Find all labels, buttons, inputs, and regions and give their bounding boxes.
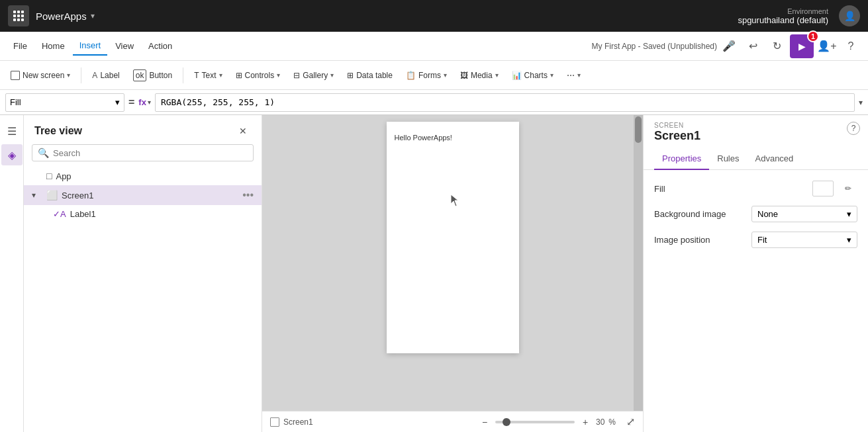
tree-view-title: Tree view	[34, 125, 82, 137]
apps-grid-button[interactable]	[8, 5, 29, 26]
zoom-slider[interactable]	[495, 421, 575, 423]
right-panel-tabs: Properties Rules Advanced	[644, 148, 868, 170]
sidebar-icon-layers[interactable]: ◈	[1, 144, 23, 165]
background-image-label: Background image	[654, 209, 746, 219]
tab-properties[interactable]: Properties	[654, 148, 709, 170]
tree-view-panel: Tree view ✕ 🔍 □ App ▾ ⬜ Screen1 •••	[24, 115, 262, 432]
fill-property-row: Fill ✏	[654, 181, 857, 196]
label1-label: Label1	[70, 209, 254, 219]
menu-bar: File Home Insert View Action My First Ap…	[0, 32, 868, 61]
data-table-button[interactable]: ⊞ Data table	[342, 67, 398, 83]
media-icon: 🖼	[460, 71, 468, 80]
charts-button[interactable]: 📊 Charts ▾	[506, 67, 559, 83]
gallery-button[interactable]: ⊟ Gallery ▾	[288, 67, 339, 83]
layers-icon: ◈	[8, 149, 16, 161]
share-icon: 👤+	[817, 40, 836, 52]
menu-file[interactable]: File	[7, 37, 34, 55]
expand-canvas-button[interactable]: ⤢	[626, 415, 635, 428]
user-avatar[interactable]: 👤	[839, 5, 860, 26]
menu-insert[interactable]: Insert	[73, 36, 108, 56]
help-button[interactable]: ?	[840, 36, 861, 57]
forms-btn-text: Forms	[418, 71, 441, 80]
button-button[interactable]: ok Button	[128, 66, 177, 85]
tab-advanced[interactable]: Advanced	[747, 148, 802, 170]
formula-input[interactable]	[155, 93, 855, 112]
gallery-icon: ⊟	[293, 71, 300, 80]
search-icon: 🔍	[38, 148, 49, 158]
forms-chevron-icon: ▾	[444, 71, 447, 79]
media-chevron-icon: ▾	[495, 71, 499, 79]
property-dropdown[interactable]: Fill ▾	[5, 93, 124, 112]
controls-button[interactable]: ⊞ Controls ▾	[230, 67, 286, 83]
redo-button[interactable]: ↻	[766, 36, 787, 57]
label-btn-text: Label	[100, 71, 119, 80]
tree-item-screen1[interactable]: ▾ ⬜ Screen1 •••	[24, 185, 262, 205]
more-button[interactable]: ⋯ ▾	[561, 67, 586, 83]
tree-item-label1[interactable]: ✓A Label1	[24, 205, 262, 223]
undo-icon: ↩	[749, 40, 757, 52]
image-position-dropdown[interactable]: Fit ▾	[751, 232, 857, 248]
button-btn-text: Button	[149, 71, 172, 80]
label-button[interactable]: A Label	[87, 67, 124, 83]
tree-search-input[interactable]	[53, 148, 248, 158]
canvas-content: Hello PowerApps!	[387, 122, 519, 353]
tree-close-button[interactable]: ✕	[235, 123, 251, 139]
controls-btn-text: Controls	[245, 71, 275, 80]
menu-view[interactable]: View	[109, 37, 140, 55]
formula-bar: Fill ▾ = fx ▾ ▾	[0, 90, 868, 115]
zoom-out-button[interactable]: −	[478, 415, 491, 429]
image-position-property-row: Image position Fit ▾	[654, 232, 857, 248]
scroll-thumb-vertical[interactable]	[635, 116, 642, 143]
menu-icon: ☰	[7, 125, 17, 138]
canvas-screen-icon	[270, 417, 279, 427]
right-help-button[interactable]: ?	[847, 122, 860, 135]
canvas-bottom-bar: Screen1 − + 30 % ⤢	[262, 411, 643, 432]
screen-canvas[interactable]: Hello PowerApps!	[387, 122, 519, 353]
redo-icon: ↻	[773, 40, 781, 52]
right-panel: SCREEN Screen1 ? Properties Rules Advanc…	[643, 115, 868, 432]
menu-action[interactable]: Action	[142, 37, 179, 55]
new-screen-button[interactable]: New screen ▾	[5, 67, 75, 83]
controls-chevron-icon: ▾	[277, 71, 280, 79]
fill-edit-button[interactable]: ✏	[839, 181, 857, 196]
media-button[interactable]: 🖼 Media ▾	[455, 67, 504, 83]
tree-items-list: □ App ▾ ⬜ Screen1 ••• ✓A Label1	[24, 167, 262, 432]
share-button[interactable]: 👤+	[816, 36, 838, 57]
play-button[interactable]: ▶ 1	[790, 34, 814, 58]
microphone-icon: 🎤	[722, 40, 736, 52]
background-image-dropdown[interactable]: None ▾	[751, 206, 857, 222]
app-name-chevron-icon[interactable]: ▾	[91, 11, 95, 21]
zoom-percent: %	[608, 417, 616, 427]
screen1-actions-icon[interactable]: •••	[242, 189, 254, 201]
screen1-label: Screen1	[62, 191, 238, 200]
menu-home[interactable]: Home	[35, 37, 72, 55]
bg-dropdown-chevron-icon: ▾	[847, 209, 851, 219]
label1-icon: ✓A	[53, 209, 66, 219]
text-button[interactable]: T Text ▾	[189, 67, 227, 83]
fill-color-picker[interactable]	[812, 181, 834, 196]
zoom-in-button[interactable]: +	[579, 415, 592, 429]
charts-chevron-icon: ▾	[550, 71, 554, 79]
env-label: Environment	[738, 7, 828, 15]
text-chevron-icon: ▾	[219, 71, 222, 79]
canvas-scroll-vertical[interactable]	[634, 115, 643, 416]
tab-rules[interactable]: Rules	[709, 148, 747, 170]
controls-icon: ⊞	[236, 71, 242, 80]
screen-section-label: SCREEN	[654, 122, 857, 129]
canvas-screen-name-section: Screen1	[270, 417, 313, 427]
text-btn-text: Text	[201, 71, 216, 80]
sidebar-icon-menu[interactable]: ☰	[1, 120, 23, 142]
undo-button[interactable]: ↩	[742, 36, 763, 57]
minus-icon: −	[482, 417, 487, 427]
microphone-button[interactable]: 🎤	[718, 36, 740, 57]
canvas-area: Hello PowerApps! Screen1 − +	[262, 115, 643, 432]
tree-item-app[interactable]: □ App	[24, 167, 262, 185]
app-name: PowerApps	[36, 11, 87, 22]
insert-toolbar: New screen ▾ A Label ok Button T Text ▾ …	[0, 61, 868, 90]
hello-powerapps-label: Hello PowerApps!	[395, 134, 452, 142]
equal-sign: =	[128, 97, 134, 108]
text-icon: T	[194, 71, 199, 80]
environment-section: Environment spguruthailand (default)	[738, 7, 828, 25]
help-icon: ?	[848, 40, 854, 52]
forms-button[interactable]: 📋 Forms ▾	[401, 67, 452, 83]
